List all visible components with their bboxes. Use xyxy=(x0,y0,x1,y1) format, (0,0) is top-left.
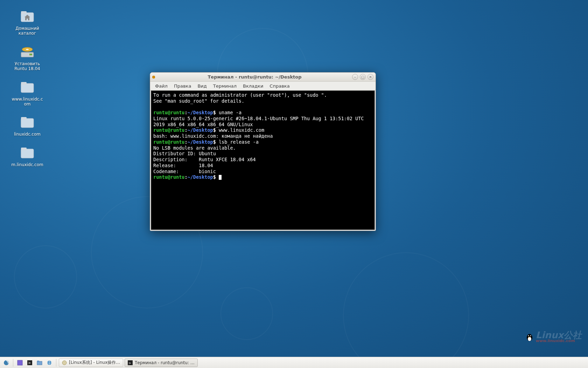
desktop-icon-folder-m-linuxidc[interactable]: m.linuxidc.com xyxy=(6,143,48,169)
desktop[interactable]: Домашний каталог Установить Runtu 18.04 … xyxy=(0,0,588,357)
terminal-body[interactable]: To run a command as administrator (user … xyxy=(151,90,375,230)
svg-rect-11 xyxy=(21,148,27,150)
watermark-sub: www.linuxidc.com xyxy=(536,339,582,343)
titlebar-app-icon xyxy=(152,76,155,79)
desktop-icon-label: Установить Runtu 18.04 xyxy=(8,61,47,71)
svg-text:>: > xyxy=(28,361,31,365)
svg-rect-5 xyxy=(29,54,32,55)
files-launcher[interactable] xyxy=(35,359,44,367)
watermark: Linux公社 www.linuxidc.com xyxy=(525,331,582,343)
svg-point-4 xyxy=(26,49,29,50)
show-desktop-button[interactable] xyxy=(16,359,24,367)
desktop-icons: Домашний каталог Установить Runtu 18.04 … xyxy=(6,6,48,169)
terminal-icon: > xyxy=(128,360,133,365)
menubar: ФайлПравкаВидТерминалВкладкиСправка xyxy=(150,82,376,90)
svg-point-14 xyxy=(528,335,529,336)
task-item-label: [Linux系统] - Linux操作… xyxy=(69,360,120,366)
menu-button[interactable] xyxy=(2,359,10,367)
svg-point-15 xyxy=(530,335,531,336)
task-browser[interactable]: [Linux系统] - Linux操作… xyxy=(59,359,123,367)
desktop-icon-home-folder[interactable]: Домашний каталог xyxy=(6,6,48,38)
folder-icon xyxy=(19,114,36,130)
terminal-launcher[interactable]: > xyxy=(26,359,34,367)
menu-справка[interactable]: Справка xyxy=(267,82,292,90)
svg-rect-7 xyxy=(21,82,27,85)
globe-icon xyxy=(62,360,67,365)
taskbar: > [Linux系统] - Linux操作…>Терминал - runtu@… xyxy=(0,357,588,368)
folder-icon xyxy=(19,144,36,161)
watermark-text: Linux公社 xyxy=(536,331,582,339)
svg-rect-18 xyxy=(18,360,22,365)
task-terminal[interactable]: >Терминал - runtu@runtu: … xyxy=(125,359,198,367)
tux-icon xyxy=(525,332,534,342)
browser-launcher[interactable] xyxy=(45,359,54,367)
desktop-icon-label: www.linuxidc.c om xyxy=(8,97,47,107)
minimize-button[interactable]: – xyxy=(352,74,358,80)
maximize-button[interactable]: ▢ xyxy=(360,74,366,80)
desktop-icon-label: linuxidc.com xyxy=(14,132,41,137)
svg-rect-21 xyxy=(37,361,42,365)
terminal-window[interactable]: Терминал - runtu@runtu: ~/Desktop – ▢ ✕ … xyxy=(150,72,376,231)
svg-text:>: > xyxy=(128,361,131,365)
cursor xyxy=(219,175,222,180)
desktop-icon-install-runtu[interactable]: Установить Runtu 18.04 xyxy=(6,42,48,73)
svg-point-26 xyxy=(62,361,66,365)
desktop-icon-label: m.linuxidc.com xyxy=(11,162,43,167)
menu-правка[interactable]: Правка xyxy=(171,82,194,90)
close-button[interactable]: ✕ xyxy=(368,74,373,80)
menu-терминал[interactable]: Терминал xyxy=(210,82,239,90)
titlebar[interactable]: Терминал - runtu@runtu: ~/Desktop – ▢ ✕ xyxy=(150,73,376,82)
task-item-label: Терминал - runtu@runtu: … xyxy=(135,360,195,365)
svg-rect-22 xyxy=(37,361,39,362)
menu-файл[interactable]: Файл xyxy=(152,82,170,90)
desktop-icon-label: Домашний каталог xyxy=(8,26,47,36)
menu-вид[interactable]: Вид xyxy=(195,82,209,90)
menu-вкладки[interactable]: Вкладки xyxy=(240,82,266,90)
folder-home-icon xyxy=(19,8,36,25)
desktop-icon-folder-linuxidc-com[interactable]: www.linuxidc.c om xyxy=(6,77,48,108)
disk-icon xyxy=(19,43,36,60)
window-buttons: – ▢ ✕ xyxy=(352,74,373,80)
window-title: Терминал - runtu@runtu: ~/Desktop xyxy=(157,74,352,80)
folder-icon xyxy=(19,79,36,95)
desktop-icon-folder-linuxidc[interactable]: linuxidc.com xyxy=(6,112,48,138)
svg-rect-9 xyxy=(21,117,27,120)
svg-rect-1 xyxy=(21,11,27,14)
